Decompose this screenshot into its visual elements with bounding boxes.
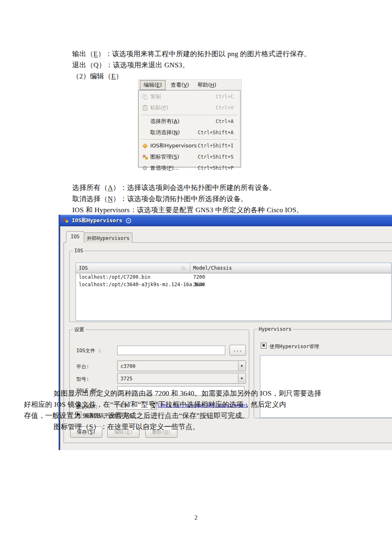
dialog-titlebar: IOS和Hypervisors xyxy=(59,215,392,226)
copy-icon xyxy=(139,94,150,100)
ios-group-legend: IOS xyxy=(73,248,85,254)
tab-external-hypervisors[interactable]: 外部Hypervisors xyxy=(84,232,132,243)
menubar-item-help[interactable]: 帮助(H) xyxy=(194,81,220,90)
paragraph-symbol-manager: 图标管理（S）：在这里可以自定义一些节点。 xyxy=(54,422,200,432)
model-label: 型号: xyxy=(76,376,89,383)
menu-item-preferences[interactable]: ⚙ 首选项(P)... Ctrl+Shift+P xyxy=(139,163,239,173)
menu-item-paste[interactable]: 粘贴(P) Ctrl+V xyxy=(139,102,239,113)
table-row[interactable]: localhost:/opt/C7200.bin 7200 xyxy=(76,273,391,281)
gns3-app-icon xyxy=(63,218,69,223)
platform-label: 平台: xyxy=(76,363,89,370)
ios-file-label: IOS文件 : xyxy=(76,347,101,354)
menubar-item-edit[interactable]: 编辑(E) xyxy=(140,80,165,90)
menu-item-deselect[interactable]: 取消选择(N) Ctrl+Shift+A xyxy=(139,127,239,138)
menu-item-symbol-manager[interactable]: ✕ 图标管理(S) Ctrl+Shift+S xyxy=(139,152,239,162)
tab-ios[interactable]: IOS xyxy=(66,231,84,243)
menubar-item-view[interactable]: 查看(V) xyxy=(167,81,192,90)
chevron-down-icon[interactable]: ▼ xyxy=(238,374,245,383)
sort-indicator-icon xyxy=(181,266,186,270)
menu-separator xyxy=(141,139,238,140)
symbol-manager-icon: ✕ xyxy=(139,154,150,160)
column-header-model-chassis[interactable]: Model/Chassis xyxy=(190,263,232,273)
ios-file-input[interactable] xyxy=(117,346,225,355)
ios-table-header: IOS Model/Chassis xyxy=(76,263,391,273)
page-number: 2 xyxy=(0,514,392,521)
use-hypervisor-checkbox-label: 使用Hypervisor管理 xyxy=(269,343,319,350)
edit-menu-screenshot: 编辑(E) 查看(V) 帮助(H) 复制 Ctrl+C 粘贴(P) Ctrl+V… xyxy=(138,80,241,168)
document-page: 输出（E）：该选项用来将工程中所建的拓扑图以 png 的图片格式进行保存。 退出… xyxy=(0,0,392,555)
menu-separator xyxy=(141,115,238,115)
ios-group: IOS IOS Model/Chassis localhost:/opt/C72… xyxy=(69,248,392,322)
paragraph-ios-hypervisors: IOS 和 Hypervisors：该选项主要是配置 GNS3 中所定义的各种 … xyxy=(72,205,304,215)
ios-table: IOS Model/Chassis localhost:/opt/C7200.b… xyxy=(76,263,392,321)
menu-item-select-all[interactable]: 选择所有(A) Ctrl+A xyxy=(139,116,239,127)
platform-dropdown[interactable]: c3700 ▼ xyxy=(117,361,246,371)
paragraph-edit-heading: （2）编辑（E） xyxy=(72,71,123,81)
swirl-icon xyxy=(126,218,131,223)
settings-group-legend: 设置 xyxy=(73,326,85,333)
column-header-ios[interactable]: IOS xyxy=(76,263,190,273)
paragraph-quit: 退出（Q）：该选项用来退出 GNS3。 xyxy=(72,60,189,70)
paragraph-figure-line1: 如图显示出所定义的两种路由器 7200 和 3640。如需要添加另外的 IOS，… xyxy=(54,389,321,398)
paragraph-output: 输出（E）：该选项用来将工程中所建的拓扑图以 png 的图片格式进行保存。 xyxy=(72,49,311,59)
paragraph-deselect: 取消选择（N）：该选项会取消拓扑图中所选择的设备。 xyxy=(72,194,248,204)
table-row[interactable]: localhost:/opt/c3640-a3jk9s-mz.124-16a.b… xyxy=(76,281,391,288)
paragraph-figure-line3: 存值，一般设置为 96MB，设置完成之后进行点击“保存”按钮即可完成。 xyxy=(24,411,249,420)
paragraph-figure-line2: 好相应的 IOS 镜像文件，在“平台”和“型号”下拉框中选择相对应的选项，然后定… xyxy=(24,400,286,409)
edit-menu-panel: 复制 Ctrl+C 粘贴(P) Ctrl+V 选择所有(A) Ctrl+A 取消… xyxy=(138,90,241,167)
preferences-gear-icon: ⚙ xyxy=(139,165,150,171)
menu-bar: 编辑(E) 查看(V) 帮助(H) xyxy=(138,80,241,90)
paragraph-select-all: 选择所有（A）：选择该选项则会选中拓扑图中所建的所有设备。 xyxy=(72,183,276,192)
hypervisors-group-legend: Hypervisors xyxy=(257,326,293,332)
model-dropdown[interactable]: 3725 ▼ xyxy=(117,373,246,384)
browse-button[interactable]: ... xyxy=(229,345,246,356)
menu-item-copy[interactable]: 复制 Ctrl+C xyxy=(139,91,239,102)
dialog-title: IOS和Hypervisors xyxy=(72,217,123,224)
use-hypervisor-checkbox[interactable]: ✖ xyxy=(261,343,267,349)
paste-icon xyxy=(139,105,150,111)
menu-item-ios-hypervisors[interactable]: IOS和Hypervisors Ctrl+Shift+I xyxy=(139,140,239,151)
ios-hypervisors-icon xyxy=(139,144,150,148)
chevron-down-icon[interactable]: ▼ xyxy=(238,361,245,370)
